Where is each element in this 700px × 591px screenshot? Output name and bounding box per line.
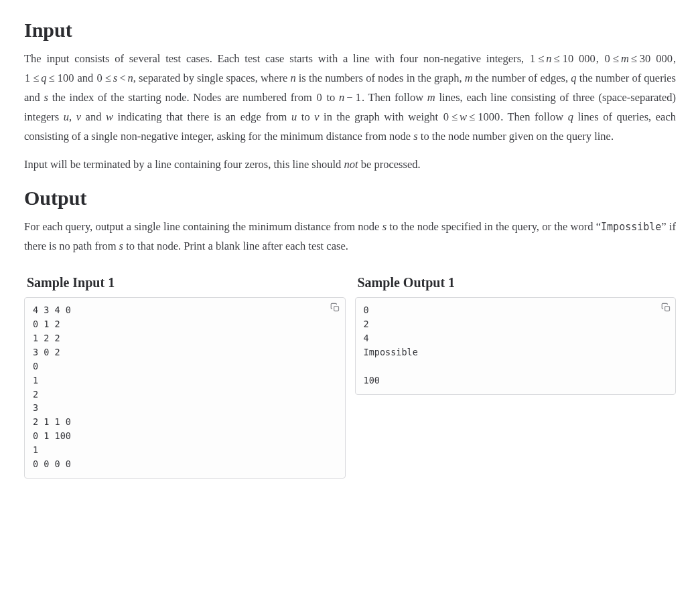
text: The input consists of several test cases… [24,52,529,65]
text: , [673,52,676,65]
var-v2: v [314,110,319,123]
sample-input-code: 4 3 4 0 0 1 2 1 2 2 3 0 2 0 1 2 3 2 1 1 … [33,303,337,471]
n-minus-1: n−1 [339,91,362,104]
text: . Then follow [500,110,568,123]
text: and [81,110,106,123]
svg-rect-1 [664,306,669,311]
input-paragraph-2: Input will be terminated by a line conta… [24,155,676,175]
copy-icon [659,303,673,313]
text: be processed. [358,158,421,171]
text: Input will be terminated by a line conta… [24,158,344,171]
text: and [74,72,96,84]
text: to [297,110,314,123]
constraint-w: 0≤w≤1000 [443,110,500,123]
sample-input-heading: Sample Input 1 [27,275,346,290]
sample-input-col: Sample Input 1 4 3 4 0 0 1 2 1 2 2 3 0 2… [24,266,346,479]
sample-output-col: Sample Output 1 0 2 4 Impossible 100 [355,266,677,395]
text: , [596,52,604,65]
impossible-code: Impossible [601,221,661,233]
constraint-s: 0≤s<n [96,72,133,84]
var-q2: q [568,110,573,123]
text: the index of the starting node. Nodes ar… [48,91,316,104]
sample-output-heading: Sample Output 1 [358,275,677,290]
emphasis-not: not [344,158,358,171]
var-v: v [76,110,81,123]
sample-output-box: 0 2 4 Impossible 100 [355,297,677,395]
var-n: n [290,72,295,84]
output-heading: Output [24,187,676,209]
text: indicating that there is an edge from [113,110,291,123]
sample-output-code: 0 2 4 Impossible 100 [364,303,668,388]
var-m: m [465,72,473,84]
text: to [323,91,339,104]
text: , [69,110,76,123]
text: the number of edges, [473,72,571,84]
copy-icon [329,303,342,313]
copy-button[interactable] [329,301,342,314]
output-paragraph: For each query, output a single line con… [24,218,676,256]
sample-row: Sample Input 1 4 3 4 0 0 1 2 1 2 2 3 0 2… [24,266,676,479]
constraint-m: 0≤m≤30 000 [604,52,673,65]
text: to the node specified in the query, or t… [387,220,601,233]
copy-button[interactable] [659,301,673,314]
text: in the graph with weight [320,110,443,123]
constraint-n: 1≤n≤10 000 [529,52,596,65]
input-paragraph-1: The input consists of several test cases… [24,50,676,146]
var-q: q [571,72,576,84]
var-w: w [106,110,113,123]
text: is the numbers of nodes in the graph, [296,72,465,84]
var-m2: m [427,91,435,104]
text: , separated by single spaces, where [133,72,291,84]
zero: 0 [316,91,323,104]
var-u: u [64,110,69,123]
text: to the node number given on the query li… [418,130,614,143]
input-heading: Input [24,19,676,41]
text: to that node. Print a blank line after e… [123,240,348,252]
text: . Then follow [362,91,427,104]
sample-input-box: 4 3 4 0 0 1 2 1 2 2 3 0 2 0 1 2 3 2 1 1 … [24,297,346,479]
text: For each query, output a single line con… [24,220,382,233]
svg-rect-0 [334,306,339,311]
constraint-q: 1≤q≤100 [24,72,74,84]
